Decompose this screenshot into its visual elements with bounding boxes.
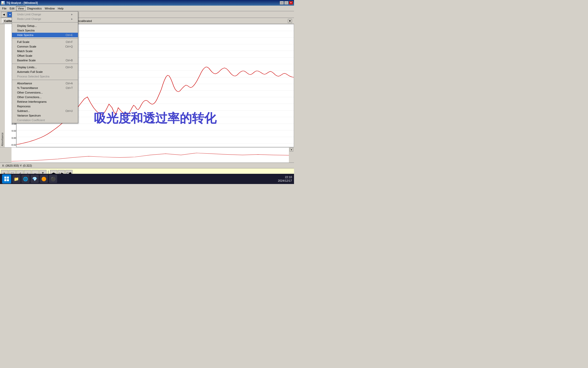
scale-section: Full Scale Ctrl+F Common Scale Ctrl+Q Ma…	[12, 39, 78, 63]
undo-limit-change-item[interactable]: Undo Limit Change ▶	[12, 12, 78, 17]
stack-spectra-item[interactable]: Stack Spectra	[12, 28, 78, 33]
common-scale-item[interactable]: Common Scale Ctrl+Q	[12, 44, 78, 49]
minimap-svg	[11, 147, 289, 163]
title-bar-left: 📊 TQ Analyst - [Window3]	[1, 1, 38, 5]
minimap-y-axis	[0, 147, 11, 163]
variance-spectrum-item[interactable]: Variance Spectrum	[12, 113, 78, 118]
transmittance-label: % Transmittance	[17, 86, 38, 89]
absorbance-shortcut: Ctrl+A	[66, 82, 73, 85]
display-setup-item[interactable]: Display Setup...	[12, 24, 78, 28]
baseline-scale-shortcut: Ctrl+B	[66, 59, 73, 62]
separator-4	[12, 80, 78, 80]
clock-date: 2024/12/17	[278, 179, 292, 182]
other-corrections-item[interactable]: Other Corrections...	[12, 95, 78, 99]
svg-rect-20	[4, 177, 6, 179]
stack-spectra-label: Stack Spectra	[17, 29, 34, 32]
correlation-coefficient-item[interactable]: Correlation Coefficient	[12, 118, 78, 122]
taskbar-app-1[interactable]: 💎	[31, 175, 39, 183]
redo-limit-change-item[interactable]: Redo Limit Change ▶	[12, 17, 78, 21]
transmittance-shortcut: Ctrl+T	[66, 87, 73, 89]
other-conversions-item[interactable]: Other Conversions...	[12, 90, 78, 95]
reprocess-item[interactable]: Reprocess	[12, 104, 78, 109]
full-scale-label: Full Scale	[17, 40, 29, 43]
separator-2	[12, 38, 78, 39]
taskbar-app-2[interactable]: 🟠	[40, 175, 48, 183]
window-container: 📊 TQ Analyst - [Window3] — □ ✕ File Edit…	[0, 0, 294, 174]
time-display: 22:10 2024/12/17	[278, 175, 292, 183]
common-scale-label: Common Scale	[17, 45, 36, 48]
limits-section: Display Limits... Ctrl+D Automatic Full …	[12, 64, 78, 79]
undo-label: Undo Limit Change	[17, 13, 41, 16]
taskbar-app-3[interactable]: ⚫	[49, 175, 57, 183]
taskbar-browser[interactable]: 🌐	[21, 175, 30, 183]
dropdown-menu: Undo Limit Change ▶ Redo Limit Change ▶ …	[12, 11, 78, 123]
display-setup-label: Display Setup...	[17, 24, 37, 27]
toolbar-btn-1[interactable]: ◀	[1, 12, 7, 17]
clock-time: 22:10	[278, 175, 292, 179]
separator-1	[12, 22, 78, 22]
match-scale-label: Match Scale	[17, 50, 33, 53]
subtract-item[interactable]: Subtract... Ctrl+U	[12, 109, 78, 113]
display-limits-shortcut: Ctrl+D	[65, 66, 73, 69]
menu-bar: File Edit View Diagnostics Window Help	[0, 6, 294, 11]
offset-scale-item[interactable]: Offset Scale	[12, 53, 78, 58]
redo-arrow: ▶	[71, 18, 73, 20]
close-button[interactable]: ✕	[289, 1, 293, 5]
taskbar-right: 22:10 2024/12/17	[278, 175, 292, 183]
common-scale-shortcut: Ctrl+Q	[65, 45, 73, 48]
hide-spectra-label: Hide Spectra	[17, 33, 33, 37]
taskbar: 📁 🌐 💎 🟠 ⚫ 22:10 2024/12/17	[0, 174, 294, 184]
title-bar: 📊 TQ Analyst - [Window3] — □ ✕	[0, 0, 294, 6]
full-scale-shortcut: Ctrl+F	[66, 41, 73, 43]
window-title: TQ Analyst - [Window3]	[6, 1, 38, 4]
conversion-section: Absorbance Ctrl+A % Transmittance Ctrl+T…	[12, 80, 78, 123]
menu-diagnostics[interactable]: Diagnostics	[26, 6, 43, 10]
taskbar-file-explorer[interactable]: 📁	[12, 175, 20, 183]
uncalibrated-label: Uncalibrated	[76, 19, 92, 22]
scroll-button[interactable]: ▼	[290, 148, 293, 152]
process-selected-item[interactable]: Process Selected Spectra	[12, 74, 78, 79]
match-scale-item[interactable]: Match Scale	[12, 49, 78, 53]
svg-rect-22	[4, 179, 6, 181]
menu-view[interactable]: View	[16, 6, 26, 11]
baseline-scale-label: Baseline Scale	[17, 59, 36, 62]
hide-spectra-shortcut: Ctrl+E	[66, 34, 73, 37]
auto-full-scale-label: Automatic Full Scale	[17, 70, 43, 73]
absorbance-item[interactable]: Absorbance Ctrl+A	[12, 81, 78, 86]
bottom-status: X: (3620.933) Y: (0.322)	[0, 163, 294, 168]
display-section: Display Setup... Stack Spectra Hide Spec…	[12, 23, 78, 38]
minimap-chart	[11, 147, 289, 163]
menu-window[interactable]: Window	[43, 6, 56, 10]
coordinate-display: X: (3620.933) Y: (0.322)	[2, 164, 32, 167]
variance-spectrum-label: Variance Spectrum	[17, 114, 41, 117]
auto-full-scale-item[interactable]: Automatic Full Scale	[12, 70, 78, 74]
transmittance-item[interactable]: % Transmittance Ctrl+T	[12, 86, 78, 90]
minimap-scrollbar[interactable]: ▼	[289, 147, 294, 163]
correlation-coefficient-label: Correlation Coefficient	[17, 119, 45, 122]
title-bar-controls: — □ ✕	[280, 1, 293, 5]
download-button[interactable]: ▼	[288, 19, 292, 23]
menu-file[interactable]: File	[1, 6, 8, 10]
minimize-button[interactable]: —	[280, 1, 284, 5]
hide-spectra-item[interactable]: Hide Spectra Ctrl+E	[12, 33, 78, 37]
display-limits-item[interactable]: Display Limits... Ctrl+D	[12, 65, 78, 70]
subtract-shortcut: Ctrl+U	[65, 110, 73, 112]
start-button[interactable]	[2, 174, 11, 183]
absorbance-label: Absorbance	[17, 82, 32, 85]
full-scale-item[interactable]: Full Scale Ctrl+F	[12, 40, 78, 44]
subtract-label: Subtract...	[17, 109, 30, 112]
baseline-scale-item[interactable]: Baseline Scale Ctrl+B	[12, 58, 78, 63]
y-axis-label: Absorbance	[0, 24, 5, 147]
undo-redo-section: Undo Limit Change ▶ Redo Limit Change ▶	[12, 12, 78, 22]
other-conversions-label: Other Conversions...	[17, 91, 43, 94]
separator-3	[12, 64, 78, 64]
menu-help[interactable]: Help	[56, 6, 65, 10]
reprocess-label: Reprocess	[17, 105, 31, 108]
retrieve-interferograms-item[interactable]: Retrieve Interferograms	[12, 99, 78, 104]
svg-rect-23	[7, 179, 9, 181]
retrieve-interferograms-label: Retrieve Interferograms	[17, 100, 47, 103]
app-icon: 📊	[1, 1, 5, 5]
maximize-button[interactable]: □	[284, 1, 288, 5]
menu-edit[interactable]: Edit	[8, 6, 16, 10]
other-corrections-label: Other Corrections...	[17, 96, 42, 99]
